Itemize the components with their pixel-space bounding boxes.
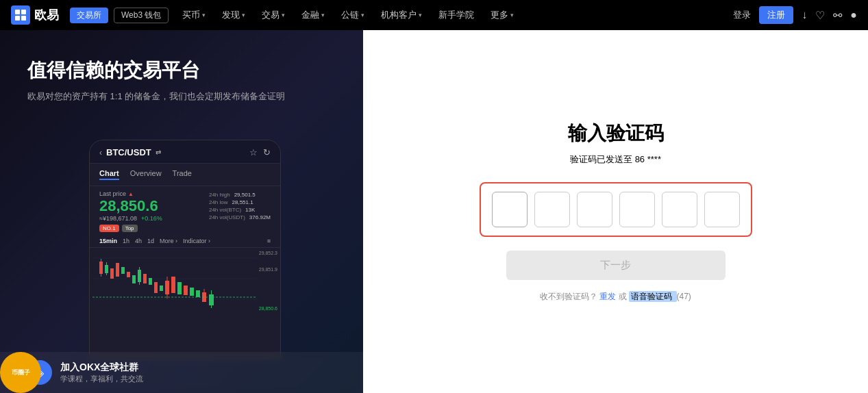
svg-rect-28 (171, 277, 175, 293)
voice-code-link[interactable]: 语音验证码 (629, 291, 676, 302)
svg-rect-32 (196, 290, 200, 297)
phone-header-left: ‹ BTC/USDT ⇄ (99, 147, 161, 157)
bicircle-inner: 币圈子 (0, 352, 41, 393)
phone-tf-indicator[interactable]: Indicator › (183, 238, 210, 244)
phone-tf-more[interactable]: More › (160, 238, 177, 244)
phone-badge-no1: NO.1 (99, 225, 119, 232)
nav-item-buy[interactable]: 买币▾ (174, 9, 214, 21)
svg-rect-13 (110, 268, 114, 279)
phone-tf-1h[interactable]: 1h (123, 238, 129, 244)
verify-title: 输入验证码 (568, 121, 664, 147)
login-button[interactable]: 登录 (733, 9, 751, 21)
nav-item-chain[interactable]: 公链▾ (333, 9, 373, 21)
download-icon[interactable]: ↓ (802, 9, 807, 21)
svg-rect-18 (138, 270, 141, 282)
next-button[interactable]: 下一步 (506, 251, 726, 280)
svg-rect-30 (184, 286, 188, 295)
otp-box-5[interactable] (662, 192, 697, 227)
phone-tf-4h[interactable]: 4h (135, 238, 142, 244)
phone-swap-icon: ⇄ (156, 149, 161, 156)
logo[interactable]: 欧易 (11, 5, 59, 25)
bicircle-logo: 币圈子 (0, 352, 41, 393)
phone-pair: BTC/USDT (106, 147, 151, 157)
svg-rect-24 (160, 286, 163, 291)
phone-number-display: **** (647, 154, 661, 164)
phone-price-sub: ≈¥198,671.08 (99, 215, 137, 222)
nav-menu: 买币▾ 发现▾ 交易▾ 金融▾ 公链▾ 机构客户▾ 新手学院 更多▾ (174, 9, 728, 21)
svg-rect-0 (15, 10, 20, 14)
otp-box-2[interactable] (534, 192, 570, 227)
nav-item-finance[interactable]: 金融▾ (293, 9, 333, 21)
phone-badges: NO.1 Top (90, 222, 280, 235)
verify-subtitle: 验证码已发送至 86 **** (570, 153, 661, 166)
nav-tab-web3[interactable]: Web3 钱包 (114, 8, 169, 23)
svg-rect-17 (132, 275, 136, 283)
phone-badge-top: Top (122, 225, 138, 232)
otp-container[interactable] (480, 182, 752, 237)
phone-price-change: +0.16% (141, 215, 162, 222)
svg-rect-3 (21, 16, 26, 21)
svg-rect-35 (209, 294, 214, 305)
or-text: 或 (619, 292, 627, 301)
phone-tab-chart[interactable]: Chart (99, 169, 119, 180)
otp-box-4[interactable] (619, 192, 655, 227)
svg-rect-22 (149, 278, 152, 285)
nav-right: 登录 注册 ↓ ♡ ⚯ ● (733, 6, 857, 24)
phone-tab-overview[interactable]: Overview (130, 169, 162, 180)
phone-refresh-icon: ↻ (263, 147, 271, 157)
community-bar: ◈ 加入OKX全球社群 学课程，享福利，共交流 (0, 352, 363, 393)
phone-tabs: Chart Overview Trade (90, 164, 280, 186)
verify-bottom: 收不到验证码？ 重发 或 语音验证码 (47) (540, 291, 691, 303)
phone-tf-1d[interactable]: 1d (147, 238, 154, 244)
bicircle-text: 币圈子 (12, 368, 30, 377)
svg-rect-16 (127, 272, 130, 277)
register-button[interactable]: 注册 (759, 6, 793, 24)
svg-rect-15 (121, 267, 125, 274)
phone-back-icon: ‹ (99, 148, 102, 157)
phone-chart-area: 29,852.3 29,851.9 28,850.6 (90, 248, 280, 316)
resend-link[interactable]: 重发 (599, 292, 616, 301)
phone-mockup: ‹ BTC/USDT ⇄ ☆ ↻ Chart Overview Trade La… (89, 140, 281, 359)
otp-box-3[interactable] (577, 192, 612, 227)
main-content: 值得信赖的交易平台 欧易对您的资产持有 1:1 的储备金，我们也会定期发布储备金… (0, 30, 868, 393)
nav-item-academy[interactable]: 新手学院 (430, 9, 482, 21)
phone-star-icon: ☆ (249, 147, 258, 157)
phone-timeframes: 15min 1h 4h 1d More › Indicator › ≡ (90, 235, 280, 248)
countdown-text: (47) (677, 292, 691, 301)
community-title: 加入OKX全球社群 (60, 362, 143, 374)
notification-icon[interactable]: ♡ (815, 9, 825, 22)
svg-rect-10 (105, 265, 108, 273)
nav-item-discover[interactable]: 发现▾ (214, 9, 253, 21)
hero-title: 值得信赖的交易平台 (27, 58, 336, 84)
svg-rect-2 (15, 16, 20, 21)
community-subtitle: 学课程，享福利，共交流 (60, 374, 143, 384)
nav-item-institutional[interactable]: 机构客户▾ (373, 9, 430, 21)
phone-chart-type-icon[interactable]: ≡ (267, 238, 271, 244)
svg-rect-23 (154, 282, 158, 293)
nav-item-trade[interactable]: 交易▾ (253, 9, 293, 21)
phone-tf-15min[interactable]: 15min (99, 238, 117, 244)
hero-subtitle: 欧易对您的资产持有 1:1 的储备金，我们也会定期发布储备金证明 (27, 90, 336, 103)
right-panel: 输入验证码 验证码已发送至 86 **** 下一步 收不到验证码？ 重发 或 语… (363, 30, 868, 393)
nav-tab-exchange[interactable]: 交易所 (70, 8, 108, 23)
community-text: 加入OKX全球社群 学课程，享福利，共交流 (60, 362, 143, 384)
svg-rect-1 (21, 10, 26, 14)
phone-tab-trade[interactable]: Trade (173, 169, 192, 180)
phone-last-price-label: Last price ▲ (99, 190, 202, 197)
chart-svg (92, 248, 257, 309)
svg-rect-31 (190, 288, 194, 296)
svg-rect-14 (116, 263, 119, 277)
phone-header-icons: ☆ ↻ (249, 147, 271, 157)
otp-box-6[interactable] (704, 192, 740, 227)
otp-box-1[interactable] (492, 192, 528, 227)
svg-rect-7 (99, 262, 103, 274)
no-code-text: 收不到验证码？ (540, 292, 597, 301)
svg-rect-21 (143, 274, 147, 283)
headphone-icon[interactable]: ⚯ (833, 9, 842, 22)
globe-icon[interactable]: ● (850, 9, 857, 21)
svg-rect-29 (177, 282, 182, 294)
nav-item-more[interactable]: 更多▾ (482, 9, 522, 21)
phone-price: 28,850.6 (99, 197, 202, 215)
logo-text: 欧易 (34, 7, 59, 23)
navbar: 欧易 交易所 Web3 钱包 买币▾ 发现▾ 交易▾ 金融▾ 公链▾ 机构客户▾… (0, 0, 868, 30)
